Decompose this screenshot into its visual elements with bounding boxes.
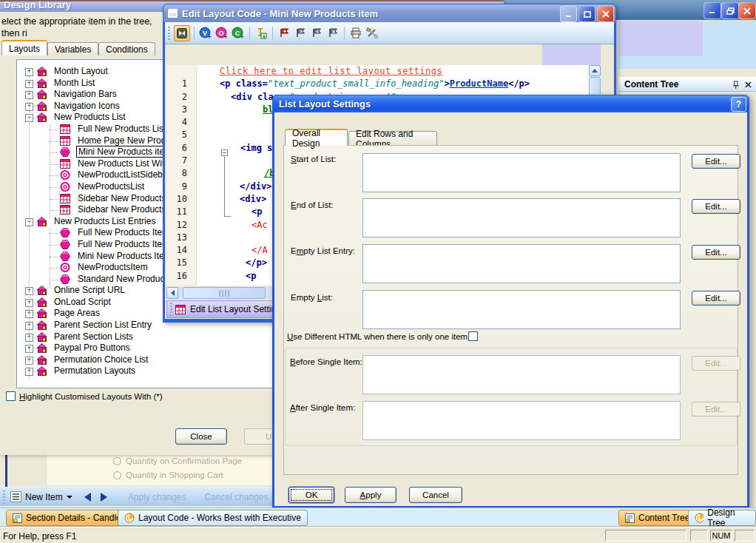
tree-item-label: Full New Products List — [78, 124, 166, 134]
status-help-text: For Help, press F1 — [3, 531, 76, 542]
edit-end-of-list-button[interactable]: Edit... — [692, 199, 740, 214]
tab-edit-rows-columns[interactable]: Edit Rows and Columns — [348, 131, 437, 146]
close-library-button[interactable]: Close — [175, 428, 227, 445]
tree-item-label: Parent Section List Entry — [54, 320, 152, 330]
empty-list-field[interactable] — [362, 290, 681, 329]
html-view-toggle-icon[interactable] — [174, 25, 190, 41]
line-number-gutter: 12345678910111213141516 — [166, 65, 197, 286]
restore-button[interactable] — [721, 2, 739, 19]
tree-item-label: Permutation Choice List — [54, 354, 148, 365]
next-item-button[interactable] — [101, 493, 107, 502]
edit-layout-code-titlebar[interactable]: Edit Layout Code - Mini New Products ite… — [163, 4, 615, 22]
expand-toggle-icon[interactable]: + — [25, 68, 33, 76]
scroll-left-button[interactable] — [166, 287, 178, 299]
new-item-button[interactable]: New Item — [25, 492, 63, 502]
svg-text:+: + — [223, 33, 227, 40]
cancel-button[interactable]: Cancel — [409, 487, 462, 503]
after-single-item-field[interactable] — [362, 401, 681, 440]
svg-text:<: < — [315, 29, 318, 34]
hexagon-icon — [60, 252, 70, 261]
edit-empty-list-button[interactable]: Edit... — [692, 291, 740, 306]
insert-item-icon[interactable] — [254, 26, 269, 41]
tab-variables[interactable]: Variables — [47, 42, 98, 55]
empty-list-entry-field[interactable] — [362, 244, 681, 283]
insert-variable-icon[interactable]: V+ — [198, 26, 213, 41]
scrollbar-thumb[interactable] — [183, 287, 266, 299]
edit-start-of-list-button[interactable]: Edit... — [692, 154, 740, 169]
tab-overall-design[interactable]: Overall Design — [285, 129, 348, 146]
dialog-titlebar[interactable]: List Layout Settings — [273, 95, 749, 112]
end-of-list-field[interactable] — [362, 198, 681, 237]
table-icon — [60, 124, 70, 134]
scroll-up-button[interactable] — [589, 65, 601, 76]
library-icon — [36, 320, 47, 331]
library-icon — [36, 332, 47, 343]
bookmark-clear-icon[interactable]: x — [325, 26, 340, 41]
close-button[interactable] — [597, 6, 614, 22]
minimize-button[interactable] — [560, 6, 577, 22]
after-single-item-label: After Single Item: — [290, 403, 355, 412]
ok-button[interactable]: OK — [288, 487, 334, 503]
restore-icon — [726, 7, 735, 15]
toolbar-grip[interactable] — [170, 303, 172, 316]
fold-line-end — [224, 216, 231, 217]
toolbar-grip[interactable] — [168, 27, 170, 40]
end-of-list-label: End of List: — [291, 200, 334, 209]
chevron-down-icon[interactable] — [67, 496, 72, 499]
tools-icon[interactable] — [365, 26, 379, 41]
close-icon — [602, 10, 610, 18]
edit-before-single-item-button[interactable]: Edit... — [692, 356, 740, 371]
apply-changes-button[interactable]: Apply changes — [128, 492, 186, 502]
empty-list-entry-label: Empty List Entry: — [291, 246, 355, 255]
radio-quantity-confirmation[interactable]: Quantity on Confirmation Page — [113, 456, 242, 465]
fold-collapse-icon[interactable]: − — [221, 149, 228, 156]
minimize-button[interactable] — [703, 2, 721, 19]
line-number: 7 — [166, 155, 196, 167]
status-panel — [605, 530, 686, 542]
tab-layouts[interactable]: Layouts — [1, 40, 47, 55]
library-icon — [36, 286, 47, 296]
bookmark-next-icon[interactable]: > — [293, 26, 308, 41]
pin-icon[interactable] — [732, 81, 740, 90]
tree-item-label: Full New Products Item — [78, 227, 169, 237]
close-panel-icon[interactable] — [745, 81, 752, 88]
print-icon[interactable] — [348, 26, 363, 41]
start-of-list-label: Start of List: — [291, 155, 336, 163]
item-toolbar: New Item Apply changes Cancel changes — [0, 487, 272, 506]
line-number: 5 — [166, 129, 196, 141]
radio-quantity-cart[interactable]: Quantity in Shopping Cart — [113, 471, 223, 479]
insert-condition-icon[interactable]: C+ — [231, 26, 246, 41]
toolbar-grip[interactable] — [3, 490, 5, 504]
previous-item-button[interactable] — [84, 493, 91, 502]
dialog-title: List Layout Settings — [279, 98, 371, 109]
status-panel — [735, 530, 755, 542]
single-item-checkbox[interactable] — [468, 331, 478, 341]
tab-design-tree[interactable]: Design Tree — [688, 510, 756, 526]
tree-item-label: NewProductsList — [78, 181, 144, 192]
highlight-customised-checkbox[interactable] — [6, 391, 16, 401]
table-icon — [175, 305, 186, 314]
library-icon — [36, 366, 47, 377]
edit-after-single-item-button[interactable]: Edit... — [692, 402, 740, 416]
close-button[interactable] — [738, 2, 756, 19]
help-button[interactable]: ? — [731, 97, 746, 112]
maximize-button[interactable] — [578, 6, 595, 22]
edit-list-layout-settings-link[interactable]: Click here to edit list layout settings — [197, 65, 589, 78]
tab-section-details[interactable]: Section Details - Candles — [6, 510, 132, 526]
library-icon — [36, 67, 47, 77]
insert-layout-icon[interactable]: O+ — [215, 26, 229, 41]
tab-content-tree[interactable]: Content Tree — [618, 510, 696, 526]
code-line[interactable]: <p class="text_product_small_info_headin… — [197, 78, 589, 90]
bookmark-add-icon[interactable]: + — [277, 26, 291, 41]
cancel-changes-button[interactable]: Cancel changes — [204, 492, 268, 502]
bookmark-previous-icon[interactable]: < — [309, 26, 324, 41]
tab-conditions[interactable]: Conditions — [98, 42, 155, 55]
tab-layout-code[interactable]: Layout Code - Works Best with Executive — [118, 510, 308, 526]
start-of-list-field[interactable] — [362, 153, 681, 192]
fold-line — [224, 157, 225, 216]
ring-icon — [60, 170, 70, 180]
radio-label: Quantity on Confirmation Page — [126, 456, 242, 465]
before-single-item-field[interactable] — [362, 355, 681, 394]
apply-button[interactable]: Apply — [345, 487, 396, 503]
edit-empty-list-entry-button[interactable]: Edit... — [692, 245, 740, 260]
